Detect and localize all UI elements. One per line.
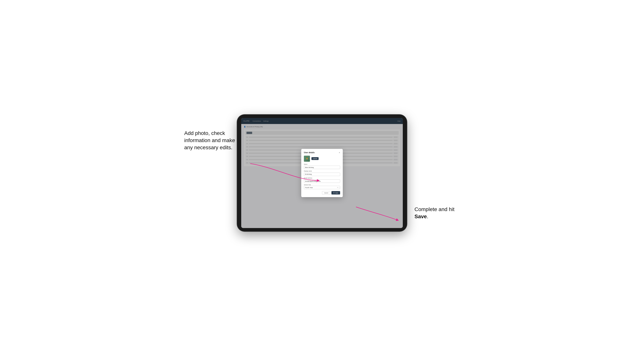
name-input[interactable]	[304, 166, 340, 169]
modal-header: User details ×	[304, 152, 340, 154]
email-field: Email address	[304, 177, 340, 183]
annotation-left: Add photo, check information and make an…	[184, 130, 235, 151]
display-name-input[interactable]	[304, 173, 340, 176]
chevron-down-icon[interactable]: ⌄	[338, 187, 340, 188]
modal-overlay: User details × 🧍 Upload Name	[241, 118, 403, 228]
save-button[interactable]: ⬆ Save	[332, 191, 340, 194]
school-year-field: School Year × ⌄	[304, 184, 340, 189]
display-name-field: Display name	[304, 170, 340, 176]
modal-title: User details	[304, 152, 315, 154]
annotation-right: Complete and hit Save.	[414, 206, 460, 220]
save-label: Save	[335, 192, 338, 193]
tablet: CLIPD Connections Settings Help 👤 Accoun…	[237, 115, 407, 231]
email-input[interactable]	[304, 179, 340, 183]
field-controls: × ⌄	[337, 187, 340, 188]
display-name-label: Display name	[304, 170, 340, 172]
name-label: Name	[304, 164, 340, 165]
user-details-modal: User details × 🧍 Upload Name	[301, 149, 343, 197]
avatar: 🧍	[304, 156, 310, 162]
cancel-button[interactable]: Cancel	[322, 191, 330, 194]
close-icon[interactable]: ×	[339, 152, 340, 154]
school-year-input[interactable]	[304, 186, 340, 189]
email-label: Email address	[304, 177, 340, 179]
modal-footer: Cancel ⬆ Save	[304, 191, 340, 194]
school-year-label: School Year	[304, 184, 340, 185]
clear-icon[interactable]: ×	[337, 187, 338, 188]
photo-section: 🧍 Upload	[304, 156, 340, 162]
scene: Add photo, check information and make an…	[237, 115, 407, 231]
tablet-screen: CLIPD Connections Settings Help 👤 Accoun…	[241, 118, 403, 228]
name-field: Name	[304, 164, 340, 169]
upload-button[interactable]: Upload	[312, 157, 318, 160]
school-year-wrapper: × ⌄	[304, 186, 340, 189]
save-icon: ⬆	[333, 192, 335, 194]
